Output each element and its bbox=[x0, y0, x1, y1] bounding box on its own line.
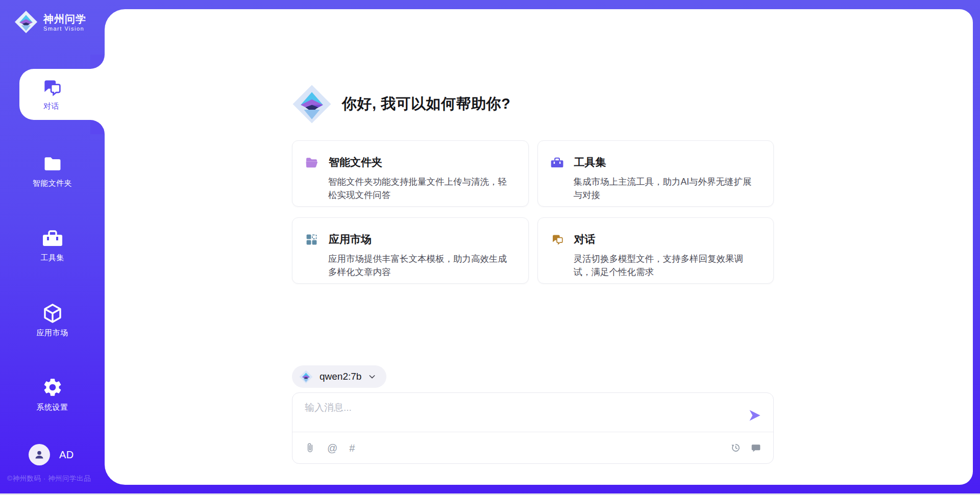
attachment-button[interactable] bbox=[305, 442, 315, 453]
sidebar-item-label: 对话 bbox=[43, 102, 59, 111]
app-window: 你好, 我可以如何帮助你? 智能文件夹 智能文件夹功能支持批量文件上传与清洗，轻… bbox=[0, 0, 980, 495]
sidebar: 神州问学 Smart Vision 对话 智能文件夹 工 bbox=[0, 0, 105, 495]
card-app-market[interactable]: 应用市场 应用市场提供丰富长文本模板，助力高效生成多样化文章内容 bbox=[292, 217, 529, 284]
user-initials: AD bbox=[59, 449, 74, 461]
sidebar-item-app-market[interactable]: 应用市场 bbox=[0, 296, 105, 345]
history-button[interactable] bbox=[730, 442, 741, 453]
sidebar-footer: ©神州数码 · 神州问学出品 bbox=[7, 474, 91, 483]
composer-toolbar: @ # bbox=[292, 432, 773, 463]
card-title: 工具集 bbox=[574, 155, 606, 169]
history-icon bbox=[730, 442, 741, 453]
gear-icon bbox=[42, 377, 63, 398]
avatar bbox=[29, 444, 50, 465]
tab-curve-bottom bbox=[90, 120, 105, 134]
brand-name: 神州问学 bbox=[43, 13, 86, 25]
tab-curve-top bbox=[90, 55, 105, 69]
conversation-button[interactable] bbox=[751, 443, 761, 453]
chat-square-icon bbox=[751, 443, 761, 453]
message-composer: @ # bbox=[292, 392, 774, 464]
grid-icon bbox=[305, 233, 318, 246]
card-desc: 集成市场上主流工具，助力AI与外界无缝扩展与对接 bbox=[574, 175, 761, 202]
card-chat[interactable]: 对话 灵活切换多模型文件，支持多样回复效果调试，满足个性化需求 bbox=[537, 217, 774, 284]
feature-cards: 智能文件夹 智能文件夹功能支持批量文件上传与清洗，轻松实现文件问答 工具集 集成… bbox=[292, 140, 774, 284]
message-input[interactable] bbox=[304, 400, 729, 432]
brand-logo-icon bbox=[14, 10, 38, 34]
chat-icon bbox=[551, 233, 564, 246]
chat-icon bbox=[41, 78, 62, 98]
greeting-title: 你好, 我可以如何帮助你? bbox=[342, 94, 510, 114]
sidebar-item-smart-folder[interactable]: 智能文件夹 bbox=[0, 146, 105, 195]
toolbox-icon bbox=[42, 228, 63, 249]
person-icon bbox=[33, 449, 45, 461]
card-desc: 智能文件夹功能支持批量文件上传与清洗，轻松实现文件问答 bbox=[328, 175, 515, 202]
card-title: 对话 bbox=[574, 232, 596, 246]
sidebar-item-label: 系统设置 bbox=[37, 403, 68, 412]
main-panel: 你好, 我可以如何帮助你? 智能文件夹 智能文件夹功能支持批量文件上传与清洗，轻… bbox=[105, 9, 973, 485]
sidebar-item-label: 应用市场 bbox=[37, 328, 68, 338]
greeting-block: 你好, 我可以如何帮助你? bbox=[292, 84, 510, 124]
paperclip-icon bbox=[305, 442, 315, 453]
brand-subtitle: Smart Vision bbox=[43, 26, 86, 32]
card-desc: 灵活切换多模型文件，支持多样回复效果调试，满足个性化需求 bbox=[574, 252, 761, 279]
toolbox-icon bbox=[551, 156, 564, 169]
brand: 神州问学 Smart Vision bbox=[14, 10, 86, 34]
model-selector[interactable]: qwen2:7b bbox=[292, 365, 386, 388]
user-account[interactable]: AD bbox=[29, 444, 74, 465]
model-name: qwen2:7b bbox=[320, 371, 361, 382]
brand-diamond-icon bbox=[292, 84, 332, 124]
folder-open-icon bbox=[305, 156, 318, 169]
topic-button[interactable]: # bbox=[349, 443, 355, 453]
cube-icon bbox=[42, 303, 63, 324]
folder-icon bbox=[42, 154, 63, 174]
chevron-down-icon bbox=[368, 373, 376, 381]
card-toolset[interactable]: 工具集 集成市场上主流工具，助力AI与外界无缝扩展与对接 bbox=[537, 140, 774, 207]
mention-button[interactable]: @ bbox=[327, 443, 337, 453]
sidebar-item-chat[interactable]: 对话 bbox=[19, 69, 105, 120]
sidebar-item-toolset[interactable]: 工具集 bbox=[0, 221, 105, 270]
card-title: 智能文件夹 bbox=[329, 155, 382, 169]
sidebar-item-settings[interactable]: 系统设置 bbox=[0, 370, 105, 419]
card-desc: 应用市场提供丰富长文本模板，助力高效生成多样化文章内容 bbox=[328, 252, 515, 279]
model-diamond-icon bbox=[299, 370, 313, 384]
send-icon bbox=[748, 408, 762, 423]
sidebar-item-label: 工具集 bbox=[40, 253, 64, 263]
card-title: 应用市场 bbox=[329, 232, 372, 246]
send-button[interactable] bbox=[748, 408, 762, 423]
sidebar-item-label: 智能文件夹 bbox=[33, 179, 72, 188]
card-smart-folder[interactable]: 智能文件夹 智能文件夹功能支持批量文件上传与清洗，轻松实现文件问答 bbox=[292, 140, 529, 207]
